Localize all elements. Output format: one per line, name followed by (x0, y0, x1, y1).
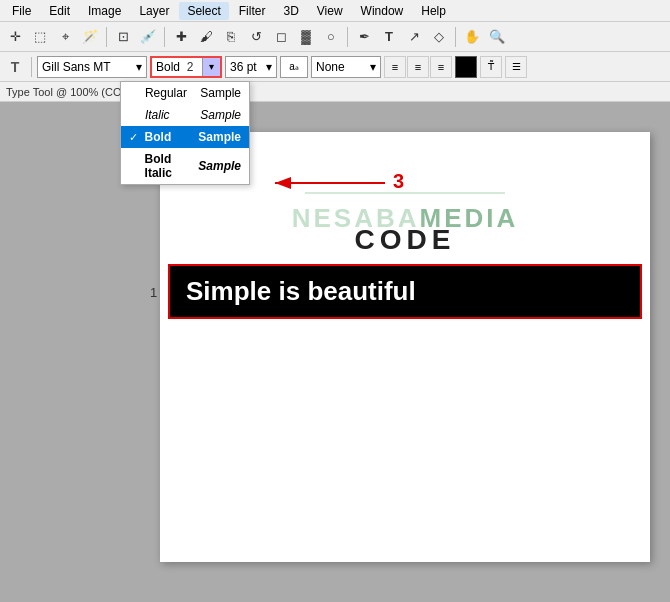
sample-bold: Sample (198, 130, 241, 144)
toolbar-tools: ✛ ⬚ ⌖ 🪄 ⊡ 💉 ✚ 🖌 ⎘ ↺ ◻ ▓ ○ ✒ T ↗ ◇ ✋ 🔍 (0, 22, 670, 52)
font-style-dropdown: Regular Sample Italic Sample ✓ Bold Samp… (120, 81, 250, 185)
tool-heal[interactable]: ✚ (170, 26, 192, 48)
font-size-arrow: ▾ (266, 60, 272, 74)
tool-lasso[interactable]: ⌖ (54, 26, 76, 48)
menu-edit[interactable]: Edit (41, 2, 78, 20)
sep4 (455, 27, 456, 47)
menu-filter[interactable]: Filter (231, 2, 274, 20)
aa-box[interactable]: aₐ (280, 56, 308, 78)
tool-eyedropper[interactable]: 💉 (137, 26, 159, 48)
dropdown-item-bold-italic[interactable]: Bold Italic Sample (121, 148, 249, 184)
anti-alias-value: None (316, 60, 345, 74)
anti-alias-select[interactable]: None ▾ (311, 56, 381, 78)
font-style-num: 2 (187, 60, 194, 74)
annotation-area (265, 169, 395, 200)
menu-view[interactable]: View (309, 2, 351, 20)
watermark-media: MEDIA (420, 203, 519, 233)
tool-clone[interactable]: ⎘ (220, 26, 242, 48)
sample-regular: Sample (200, 86, 241, 100)
font-style-select[interactable]: Bold 2 ▾ (150, 56, 222, 78)
watermark-area: NESABAMEDIA (160, 192, 650, 194)
menu-image[interactable]: Image (80, 2, 129, 20)
tool-move[interactable]: ✛ (4, 26, 26, 48)
line-number: 1 (150, 284, 157, 299)
sep1 (106, 27, 107, 47)
toolbar-text-options: T Gill Sans MT ▾ Bold 2 ▾ 36 pt ▾ aₐ Non… (0, 52, 670, 82)
font-name-arrow: ▾ (136, 60, 142, 74)
tool-dodge[interactable]: ○ (320, 26, 342, 48)
sep5 (31, 57, 32, 77)
align-center-button[interactable]: ≡ (407, 56, 429, 78)
text-color-swatch[interactable] (455, 56, 477, 78)
watermark-nesaba: NESABA (292, 203, 420, 233)
red-arrow-svg (265, 169, 395, 197)
style-name-bold: Bold (145, 130, 193, 144)
sample-italic: Sample (200, 108, 241, 122)
tool-crop[interactable]: ⊡ (112, 26, 134, 48)
align-left-button[interactable]: ≡ (384, 56, 406, 78)
sample-bold-italic: Sample (198, 159, 241, 173)
status-bar: Type Tool @ 100% (CODE Simple i... (0, 82, 670, 102)
menu-help[interactable]: Help (413, 2, 454, 20)
tool-path-select[interactable]: ↗ (403, 26, 425, 48)
tool-brush[interactable]: 🖌 (195, 26, 217, 48)
text-block-area: 1 Simple is beautiful (168, 264, 642, 319)
tool-select-rect[interactable]: ⬚ (29, 26, 51, 48)
dropdown-item-bold[interactable]: ✓ Bold Sample (121, 126, 249, 148)
main-text-box: Simple is beautiful (168, 264, 642, 319)
sep2 (164, 27, 165, 47)
style-name-regular: Regular (145, 86, 194, 100)
menu-file[interactable]: File (4, 2, 39, 20)
menubar: File Edit Image Layer Select Filter 3D V… (0, 0, 670, 22)
watermark-text: NESABAMEDIA (292, 202, 519, 234)
menu-layer[interactable]: Layer (131, 2, 177, 20)
tool-hand[interactable]: ✋ (461, 26, 483, 48)
font-name-select[interactable]: Gill Sans MT ▾ (37, 56, 147, 78)
document: NESABAMEDIA CODE 1 Simple is beautiful (160, 132, 650, 562)
canvas-area: 3 NESABAMEDIA CODE 1 Simple is beautiful (0, 102, 670, 602)
tool-pen[interactable]: ✒ (353, 26, 375, 48)
dropdown-item-regular[interactable]: Regular Sample (121, 82, 249, 104)
tool-shape[interactable]: ◇ (428, 26, 450, 48)
style-name-bold-italic: Bold Italic (145, 152, 193, 180)
font-name-value: Gill Sans MT (42, 60, 111, 74)
annotation-number-3: 3 (393, 170, 404, 193)
align-buttons: ≡ ≡ ≡ (384, 56, 452, 78)
tool-history[interactable]: ↺ (245, 26, 267, 48)
menu-3d[interactable]: 3D (275, 2, 306, 20)
warp-text-button[interactable]: T̃ (480, 56, 502, 78)
tool-text[interactable]: T (378, 26, 400, 48)
tool-eraser[interactable]: ◻ (270, 26, 292, 48)
tool-gradient[interactable]: ▓ (295, 26, 317, 48)
align-right-button[interactable]: ≡ (430, 56, 452, 78)
tool-zoom[interactable]: 🔍 (486, 26, 508, 48)
style-name-italic: Italic (145, 108, 194, 122)
anti-alias-arrow: ▾ (370, 60, 376, 74)
text-tool-icon: T (4, 56, 26, 78)
menu-window[interactable]: Window (353, 2, 412, 20)
font-style-arrow[interactable]: ▾ (202, 58, 220, 76)
font-size-value: 36 pt (230, 60, 257, 74)
check-bold: ✓ (129, 131, 139, 144)
font-style-value: Bold (156, 60, 180, 74)
dropdown-item-italic[interactable]: Italic Sample (121, 104, 249, 126)
tool-magic-wand[interactable]: 🪄 (79, 26, 101, 48)
sep3 (347, 27, 348, 47)
main-text-content: Simple is beautiful (186, 276, 416, 306)
font-size-input[interactable]: 36 pt ▾ (225, 56, 277, 78)
menu-select[interactable]: Select (179, 2, 228, 20)
aa-label: aₐ (289, 61, 299, 72)
options-button[interactable]: ☰ (505, 56, 527, 78)
